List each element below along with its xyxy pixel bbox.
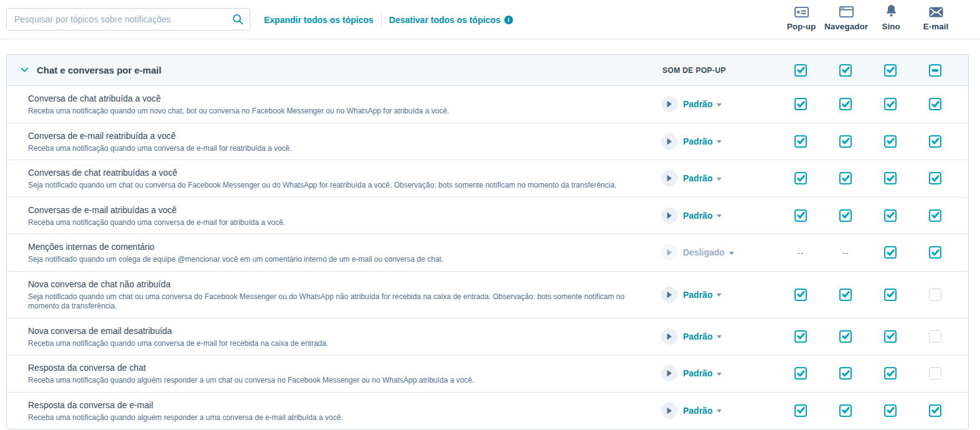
notification-checkbox-checked[interactable]: [884, 98, 897, 110]
notification-checkbox-checked[interactable]: [884, 172, 897, 184]
sound-select-dropdown[interactable]: Padrão: [683, 136, 722, 146]
notification-checkbox-indeterminate[interactable]: [929, 64, 941, 77]
topic-row: Nova conversa de chat não atribuída Seja…: [7, 271, 968, 318]
notification-checkbox-checked[interactable]: [884, 404, 897, 417]
play-sound-button[interactable]: [661, 328, 677, 345]
notification-checkbox-checked[interactable]: [884, 209, 897, 222]
play-icon: [666, 291, 672, 299]
play-sound-button[interactable]: [661, 244, 677, 260]
notification-checkbox-checked[interactable]: [794, 64, 807, 77]
notification-cell-bell: [868, 98, 913, 110]
notification-checkbox-checked[interactable]: [839, 367, 852, 380]
sound-select-dropdown[interactable]: Padrão: [683, 332, 722, 342]
notification-checkbox-unchecked[interactable]: [929, 330, 941, 343]
play-icon: [666, 407, 672, 414]
notification-cell-browser: [823, 135, 868, 148]
notification-cell-browser: [823, 289, 868, 301]
notification-checkbox-checked[interactable]: [794, 404, 807, 417]
notification-cell-bell: [868, 289, 913, 301]
caret-down-icon: [717, 103, 722, 107]
section-toggle[interactable]: Chat e conversas por e-mail: [7, 65, 654, 75]
notification-cell-popup: --: [778, 248, 823, 257]
notification-cell-browser: [823, 367, 868, 380]
play-sound-button[interactable]: [661, 208, 677, 224]
notification-checkbox-checked[interactable]: [839, 172, 852, 184]
notification-checkbox-checked[interactable]: [839, 64, 852, 77]
disable-all-topics-label: Desativar todos os tópicos: [389, 15, 501, 25]
notification-checkbox-checked[interactable]: [929, 209, 941, 222]
notification-checkbox-checked[interactable]: [839, 209, 852, 222]
play-sound-button[interactable]: [661, 403, 677, 419]
notification-checkbox-checked[interactable]: [794, 98, 807, 110]
notification-cell-popup: [778, 172, 823, 184]
play-sound-button[interactable]: [661, 287, 677, 303]
notification-checkbox-checked[interactable]: [884, 64, 897, 77]
notification-checkbox-checked[interactable]: [839, 404, 852, 417]
search-input[interactable]: [6, 8, 250, 31]
browser-window-icon: [839, 4, 854, 17]
notification-cell-popup: [778, 367, 823, 380]
sound-select-dropdown[interactable]: Padrão: [683, 290, 722, 300]
notification-topics-table: Chat e conversas por e-mail SOM DE POP-U…: [6, 54, 969, 429]
notification-checkbox-checked[interactable]: [839, 98, 852, 110]
notification-checkbox-checked[interactable]: [884, 330, 897, 343]
notification-checkbox-checked[interactable]: [884, 246, 897, 259]
play-sound-button[interactable]: [661, 170, 677, 186]
notification-cell-bell: [868, 135, 913, 148]
notification-checkbox-checked[interactable]: [929, 246, 941, 259]
column-header-bell: Sino: [869, 2, 913, 31]
column-header-popup: Pop-up: [779, 2, 824, 31]
play-icon: [666, 100, 672, 108]
disable-all-topics-link[interactable]: Desativar todos os tópicos i: [389, 15, 513, 25]
channel-column-headers: Pop-up Navegador Sino: [779, 2, 958, 31]
notification-checkbox-checked[interactable]: [884, 289, 897, 301]
topic-title: Menções internas de comentário: [28, 241, 635, 253]
notification-cell-browser: [823, 404, 868, 417]
sound-select-dropdown[interactable]: Padrão: [683, 406, 722, 416]
sound-select-dropdown[interactable]: Padrão: [683, 173, 722, 183]
notification-checkbox-checked[interactable]: [794, 289, 807, 301]
sound-select-dropdown[interactable]: Padrão: [683, 211, 722, 221]
popup-card-icon: [794, 4, 809, 17]
play-icon: [666, 249, 672, 256]
notification-checkbox-checked[interactable]: [794, 135, 807, 148]
notification-checkbox-checked[interactable]: [929, 98, 941, 110]
topic-title: Conversas de e-mail atribuídas a você: [28, 204, 635, 216]
notification-cell-browser: [823, 209, 868, 222]
sound-cell: Padrão: [654, 328, 778, 345]
notifications-toolbar: Expandir todos os tópicos Desativar todo…: [0, 0, 980, 39]
notification-checkbox-checked[interactable]: [794, 367, 807, 380]
section-header-chat-email: Chat e conversas por e-mail SOM DE POP-U…: [7, 55, 968, 86]
play-sound-button[interactable]: [661, 96, 677, 112]
notification-checkbox-checked[interactable]: [794, 209, 807, 222]
topic-title: Resposta da conversa de e-mail: [28, 399, 635, 411]
sound-select-label: Padrão: [683, 136, 712, 146]
notification-checkbox-checked[interactable]: [794, 172, 807, 184]
notification-cell-popup: [778, 98, 823, 110]
notification-checkbox-checked[interactable]: [839, 330, 852, 343]
notification-checkbox-checked[interactable]: [884, 367, 897, 380]
sound-select-label: Padrão: [683, 290, 712, 300]
search-icon[interactable]: [232, 14, 243, 25]
sound-select-dropdown[interactable]: Desligado: [683, 247, 734, 257]
info-icon[interactable]: i: [504, 16, 513, 24]
play-sound-button[interactable]: [661, 133, 677, 150]
topic-row: Conversa de e-mail reatribuída a você Re…: [7, 123, 968, 160]
column-header-browser: Navegador: [824, 2, 869, 31]
notification-checkbox-checked[interactable]: [929, 135, 941, 148]
notification-checkbox-checked[interactable]: [884, 135, 897, 148]
notification-checkbox-checked[interactable]: [839, 289, 852, 301]
notification-checkbox-checked[interactable]: [839, 135, 852, 148]
column-label-email: E-mail: [923, 22, 949, 31]
notification-checkbox-checked[interactable]: [794, 330, 807, 343]
notification-checkbox-checked[interactable]: [929, 172, 941, 184]
notification-checkbox-checked[interactable]: [929, 404, 941, 417]
not-applicable-dash: --: [798, 248, 804, 257]
expand-all-topics-link[interactable]: Expandir todos os tópicos: [264, 15, 374, 25]
sound-select-label: Padrão: [683, 99, 712, 109]
play-sound-button[interactable]: [661, 365, 677, 381]
notification-checkbox-unchecked[interactable]: [929, 367, 941, 380]
sound-select-dropdown[interactable]: Padrão: [683, 99, 722, 109]
notification-checkbox-unchecked[interactable]: [929, 289, 941, 301]
sound-select-dropdown[interactable]: Padrão: [683, 368, 722, 378]
